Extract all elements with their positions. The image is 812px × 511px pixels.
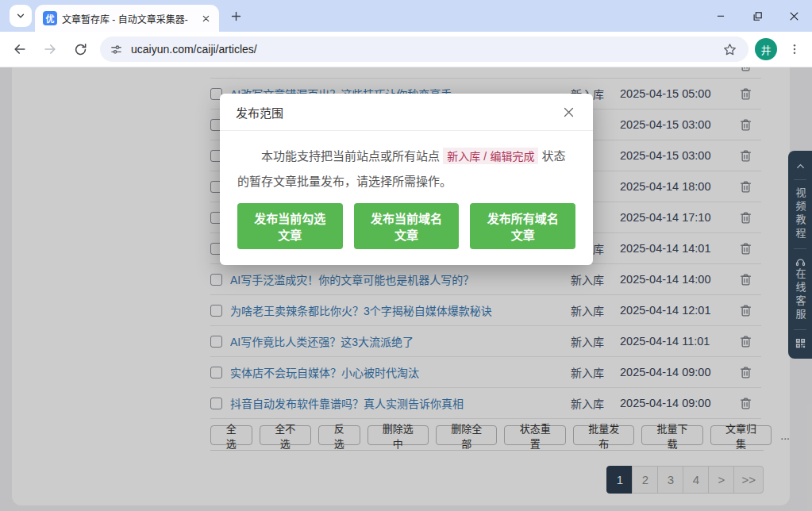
dialog-actions: 发布当前勾选文章发布当前域名文章发布所有域名文章: [237, 203, 575, 249]
dialog-title: 发布范围: [236, 104, 283, 121]
browser-tab[interactable]: 优 文章暂存库 - 自动文章采集器-: [35, 5, 219, 32]
publish-scope-dialog: 发布范围 本功能支持把当前站点或所有站点 新入库 / 编辑完成 状态的暂存文章批…: [220, 94, 593, 265]
desc-text: 本功能支持把当前站点或所有站点: [261, 149, 440, 163]
status-tags: 新入库 / 编辑完成: [443, 148, 538, 164]
status-tag-edited: 编辑完成: [490, 150, 534, 163]
minimize-button[interactable]: [702, 0, 739, 32]
arrow-right-icon: [42, 41, 58, 57]
new-tab-button[interactable]: [225, 6, 246, 26]
chevron-down-icon: [15, 10, 26, 21]
minimize-icon: [715, 10, 726, 21]
restore-button[interactable]: [739, 0, 775, 32]
url-bar: ucaiyun.com/caiji/articles/ 井: [0, 32, 812, 67]
tab-favicon: 优: [43, 11, 57, 25]
reload-button[interactable]: [68, 37, 92, 61]
dialog-body: 本功能支持把当前站点或所有站点 新入库 / 编辑完成 状态的暂存文章批量发布，请…: [220, 131, 593, 265]
arrow-left-icon: [12, 41, 28, 57]
url-text[interactable]: ucaiyun.com/caiji/articles/: [131, 43, 720, 56]
dialog-header: 发布范围: [220, 94, 593, 131]
restore-icon: [752, 10, 764, 22]
browser-menu-button[interactable]: [785, 40, 804, 59]
dialog-description: 本功能支持把当前站点或所有站点 新入库 / 编辑完成 状态的暂存文章批量发布，请…: [237, 144, 575, 194]
tag-separator: /: [483, 150, 487, 163]
close-icon: [562, 106, 575, 119]
kebab-menu-icon: [788, 43, 801, 56]
publish-scope-button[interactable]: 发布当前勾选文章: [237, 203, 343, 249]
star-icon: [722, 42, 737, 57]
site-settings-icon[interactable]: [110, 43, 123, 56]
close-window-button[interactable]: [775, 0, 812, 32]
bookmark-button[interactable]: [720, 40, 739, 59]
tab-title: 文章暂存库 - 自动文章采集器-: [62, 12, 194, 25]
tab-strip: 优 文章暂存库 - 自动文章采集器-: [0, 0, 812, 32]
tab-close-icon[interactable]: [198, 11, 213, 25]
publish-scope-button[interactable]: 发布所有域名文章: [470, 203, 575, 249]
browser-window: 优 文章暂存库 - 自动文章采集器-: [0, 0, 812, 511]
dialog-close-button[interactable]: [560, 103, 577, 121]
plus-icon: [230, 10, 242, 22]
close-icon: [788, 10, 800, 22]
publish-scope-button[interactable]: 发布当前域名文章: [354, 203, 460, 249]
forward-button[interactable]: [38, 37, 62, 61]
profile-avatar[interactable]: 井: [755, 38, 777, 60]
omnibox[interactable]: ucaiyun.com/caiji/articles/: [100, 36, 749, 62]
back-button[interactable]: [8, 37, 32, 61]
tab-search-button[interactable]: [10, 5, 32, 27]
status-tag-new: 新入库: [447, 150, 480, 163]
window-controls: [702, 0, 812, 32]
reload-icon: [73, 42, 88, 57]
